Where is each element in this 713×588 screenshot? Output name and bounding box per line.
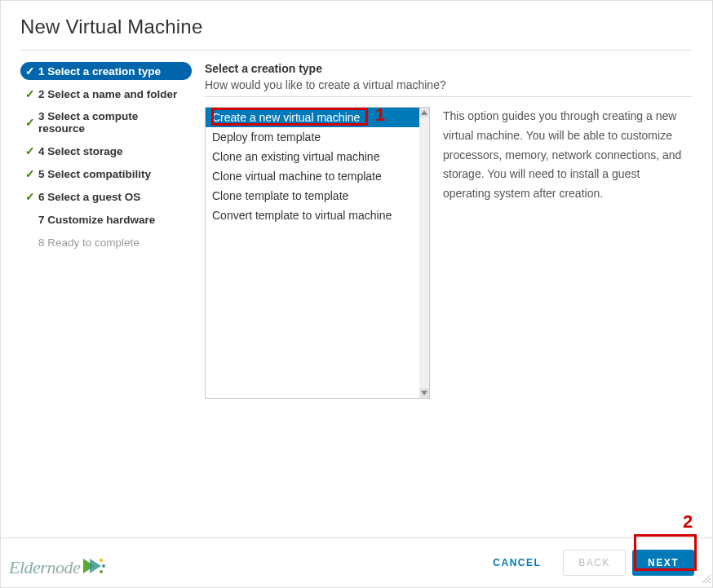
option-clone-existing-vm[interactable]: Clone an existing virtual machine xyxy=(206,147,429,166)
svg-point-8 xyxy=(102,564,105,568)
check-icon: ✓ xyxy=(25,87,38,100)
option-create-new-vm[interactable]: Create a new virtual machine xyxy=(206,108,429,127)
step-select-creation-type[interactable]: ✓ 1 Select a creation type xyxy=(20,62,192,80)
annotation-number-2: 2 xyxy=(683,511,693,533)
step-label: 3 Select a compute resource xyxy=(38,110,187,135)
wizard-dialog: New Virtual Machine ✓ 1 Select a creatio… xyxy=(0,0,713,588)
dialog-title: New Virtual Machine xyxy=(20,15,693,38)
back-button[interactable]: BACK xyxy=(563,550,626,576)
section-heading: Select a creation type xyxy=(205,62,693,75)
dialog-header: New Virtual Machine xyxy=(1,1,712,46)
step-select-compatibility[interactable]: ✓ 5 Select compatibility xyxy=(20,165,192,183)
step-label: 6 Select a guest OS xyxy=(38,191,140,203)
step-ready-complete: ✓ 8 Ready to complete xyxy=(20,233,192,251)
dialog-body: ✓ 1 Select a creation type ✓ 2 Select a … xyxy=(1,51,712,399)
option-description: This option guides you through creating … xyxy=(443,107,693,399)
step-select-compute-resource[interactable]: ✓ 3 Select a compute resource xyxy=(20,108,192,137)
step-label: 1 Select a creation type xyxy=(38,65,161,77)
section-divider xyxy=(205,96,693,97)
step-list: ✓ 1 Select a creation type ✓ 2 Select a … xyxy=(20,62,192,251)
annotation-number-1: 1 xyxy=(375,104,385,126)
step-customize-hardware[interactable]: ✓ 7 Customize hardware xyxy=(20,210,192,228)
step-label: 4 Select storage xyxy=(38,145,123,157)
check-icon: ✓ xyxy=(25,116,38,129)
scroll-up-icon[interactable] xyxy=(419,108,429,117)
check-icon: ✓ xyxy=(25,64,38,77)
check-icon: ✓ xyxy=(25,144,38,157)
scroll-down-icon[interactable] xyxy=(419,388,429,398)
step-label: 7 Customize hardware xyxy=(38,214,155,226)
creation-type-listbox[interactable]: Create a new virtual machine Deploy from… xyxy=(205,107,430,399)
watermark-logo: Eldernode xyxy=(9,555,106,579)
resize-grip-icon[interactable] xyxy=(701,573,711,586)
svg-marker-0 xyxy=(421,110,427,115)
option-clone-template-to-template[interactable]: Clone template to template xyxy=(206,186,429,206)
check-icon: ✓ xyxy=(25,167,38,180)
main-panel: Select a creation type How would you lik… xyxy=(205,62,693,399)
section-subheading: How would you like to create a virtual m… xyxy=(205,78,693,91)
step-label: 5 Select compatibility xyxy=(38,168,151,180)
step-select-guest-os[interactable]: ✓ 6 Select a guest OS xyxy=(20,188,192,206)
svg-point-7 xyxy=(100,559,103,562)
logo-icon xyxy=(82,555,106,579)
svg-point-9 xyxy=(100,570,103,573)
step-select-storage[interactable]: ✓ 4 Select storage xyxy=(20,142,192,160)
svg-line-4 xyxy=(709,581,711,583)
svg-marker-6 xyxy=(90,559,101,573)
option-convert-template-to-vm[interactable]: Convert template to virtual machine xyxy=(206,206,429,225)
listbox-items: Create a new virtual machine Deploy from… xyxy=(206,108,429,398)
option-clone-vm-to-template[interactable]: Clone virtual machine to template xyxy=(206,166,429,186)
next-button[interactable]: NEXT xyxy=(632,550,694,576)
wizard-steps-sidebar: ✓ 1 Select a creation type ✓ 2 Select a … xyxy=(20,62,192,399)
step-label: 2 Select a name and folder xyxy=(38,88,177,100)
svg-marker-1 xyxy=(421,391,427,396)
dialog-footer: CANCEL BACK NEXT xyxy=(1,537,712,587)
listbox-scrollbar[interactable] xyxy=(419,108,429,398)
step-label: 8 Ready to complete xyxy=(38,237,140,249)
check-icon: ✓ xyxy=(25,190,38,203)
step-select-name-folder[interactable]: ✓ 2 Select a name and folder xyxy=(20,85,192,103)
option-deploy-from-template[interactable]: Deploy from template xyxy=(206,127,429,147)
watermark-text: Eldernode xyxy=(9,557,80,578)
content-row: Create a new virtual machine Deploy from… xyxy=(205,107,693,399)
cancel-button[interactable]: CANCEL xyxy=(477,550,556,576)
